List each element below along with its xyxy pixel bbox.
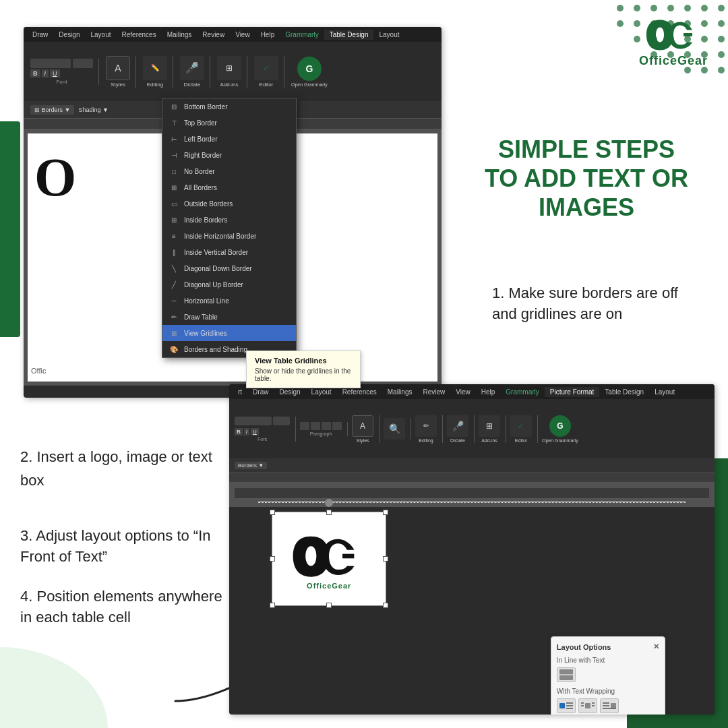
bottom-borders-btn[interactable]: Borders ▼ <box>235 462 267 469</box>
borders-dropdown-menu: ⊟ Bottom Border ⊤ Top Border ⊢ Left Bord… <box>162 98 297 358</box>
btab-layout2[interactable]: Layout <box>649 387 680 397</box>
left-accent-bar <box>0 121 20 337</box>
bottom-editing-icon[interactable]: ✏ <box>415 415 437 437</box>
editor-icon[interactable]: ✓ <box>254 56 278 80</box>
btab-table-design[interactable]: Table Design <box>599 387 649 397</box>
handle-tc[interactable] <box>326 510 332 515</box>
tab-review[interactable]: Review <box>197 30 230 40</box>
editing-icon[interactable]: ✏️ <box>143 56 167 80</box>
tab-help[interactable]: Help <box>255 30 280 40</box>
tooltip-view-gridlines: View Table Gridlines Show or hide the gr… <box>246 351 361 388</box>
menu-inside-horizontal[interactable]: ≡ Inside Horizontal Border <box>162 228 296 244</box>
bottom-font-size[interactable] <box>273 417 290 425</box>
bottom-addins-icon[interactable]: ⊞ <box>479 415 500 437</box>
bold-button[interactable]: B <box>30 69 40 78</box>
svg-point-24 <box>718 51 725 58</box>
bottom-bold[interactable]: B <box>235 428 243 435</box>
menu-inside-vertical[interactable]: ∥ Inside Vertical Border <box>162 244 296 260</box>
para-btn-1[interactable] <box>300 422 309 430</box>
handle-bc[interactable] <box>326 603 332 608</box>
tab-table-design[interactable]: Table Design <box>324 30 374 40</box>
font-size-box[interactable] <box>73 59 93 68</box>
menu-no-border[interactable]: □ No Border <box>162 163 296 179</box>
menu-left-border[interactable]: ⊢ Left Border <box>162 131 296 147</box>
inline-options-row <box>557 667 659 682</box>
btab-rt[interactable]: rt <box>233 387 247 397</box>
wrap-option-3[interactable] <box>600 698 619 713</box>
menu-draw-table[interactable]: ✏ Draw Table <box>162 309 296 325</box>
table-divider <box>258 502 686 502</box>
menu-right-border[interactable]: ⊣ Right Border <box>162 147 296 163</box>
menu-diagonal-down[interactable]: ╲ Diagonal Down Border <box>162 260 296 276</box>
tab-references[interactable]: References <box>117 30 162 40</box>
doc-logo-svg <box>289 528 369 582</box>
tab-view[interactable]: View <box>230 30 255 40</box>
svg-point-4 <box>684 5 691 11</box>
btab-grammarly[interactable]: Grammarly <box>500 387 544 397</box>
wrap-option-1[interactable] <box>557 698 576 713</box>
menu-all-borders[interactable]: ⊞ All Borders <box>162 179 296 195</box>
tab-grammarly[interactable]: Grammarly <box>280 30 324 40</box>
menu-outside-borders[interactable]: ▭ Outside Borders <box>162 195 296 212</box>
svg-rect-39 <box>585 703 590 708</box>
bottom-underline[interactable]: U <box>251 428 259 435</box>
font-name-box[interactable] <box>30 59 71 68</box>
wrap-option-2[interactable] <box>578 698 597 713</box>
btab-help[interactable]: Help <box>476 387 501 397</box>
handle-ml[interactable] <box>270 556 275 562</box>
btab-review[interactable]: Review <box>417 387 450 397</box>
layout-options-close[interactable]: ✕ <box>653 642 659 651</box>
tab-mailings[interactable]: Mailings <box>162 30 198 40</box>
styles-label: Styles <box>111 82 125 88</box>
para-btn-3[interactable] <box>322 422 331 430</box>
handle-tl[interactable] <box>270 510 275 515</box>
menu-bottom-border[interactable]: ⊟ Bottom Border <box>162 98 296 115</box>
underline-button[interactable]: U <box>50 69 60 78</box>
btab-mailings[interactable]: Mailings <box>382 387 418 397</box>
bottom-styles-group: A Styles <box>352 415 380 443</box>
dictate-icon[interactable]: 🎤 <box>180 56 204 80</box>
menu-top-border[interactable]: ⊤ Top Border <box>162 115 296 131</box>
view-gridlines-icon: ⊞ <box>169 328 179 338</box>
borders-dropdown-button[interactable]: ⊞ Borders ▼ <box>30 105 74 115</box>
ribbon-editor-group: ✓ Editor <box>254 56 284 88</box>
bottom-styles-icon[interactable]: A <box>352 415 373 437</box>
tab-layout[interactable]: Layout <box>85 30 116 40</box>
btab-picture-format[interactable]: Picture Format <box>545 387 600 397</box>
paragraph-label: Paragraph <box>300 431 342 436</box>
bottom-dictate-icon[interactable]: 🎤 <box>447 415 468 437</box>
tab-layout2[interactable]: Layout <box>373 30 404 40</box>
handle-bl[interactable] <box>270 603 275 608</box>
diagonal-down-icon: ╲ <box>169 264 179 273</box>
styles-icon[interactable]: A <box>106 56 130 80</box>
bottom-grammarly-label: Open Grammarly <box>542 438 578 443</box>
handle-tr[interactable] <box>383 510 388 515</box>
para-btn-4[interactable] <box>332 422 342 430</box>
ribbon-font-group: B I U Font <box>30 59 99 85</box>
bottom-font-name[interactable] <box>235 417 272 425</box>
handle-br[interactable] <box>383 603 388 608</box>
tab-design[interactable]: Design <box>53 30 85 40</box>
inline-option-1[interactable] <box>557 667 576 682</box>
grammarly-icon[interactable]: G <box>297 57 322 81</box>
bottom-grammarly-icon[interactable]: G <box>549 415 571 437</box>
para-btn-2[interactable] <box>311 422 320 430</box>
editor-label: Editor <box>260 82 274 88</box>
inside-borders-icon: ⊞ <box>169 215 179 224</box>
addins-icon[interactable]: ⊞ <box>217 56 241 80</box>
btab-view[interactable]: View <box>450 387 476 397</box>
menu-horizontal-line[interactable]: ─ Horizontal Line <box>162 293 296 309</box>
bottom-editor-icon[interactable]: ✓ <box>510 415 532 437</box>
italic-button[interactable]: I <box>42 69 49 78</box>
grammarly-label: Open Grammarly <box>291 82 328 87</box>
step-4-text: 4. Position elements anywhere in each ta… <box>20 586 222 628</box>
search-icon[interactable]: 🔍 <box>384 418 405 439</box>
tab-draw[interactable]: Draw <box>27 30 53 40</box>
selected-image-container: OfficeGear <box>272 512 386 606</box>
bottom-italic[interactable]: I <box>244 428 249 435</box>
rotate-handle[interactable] <box>325 499 333 507</box>
menu-inside-borders[interactable]: ⊞ Inside Borders <box>162 212 296 228</box>
handle-mr[interactable] <box>383 556 388 562</box>
menu-diagonal-up[interactable]: ╱ Diagonal Up Border <box>162 276 296 293</box>
menu-view-gridlines[interactable]: ⊞ View Gridlines <box>162 325 296 341</box>
